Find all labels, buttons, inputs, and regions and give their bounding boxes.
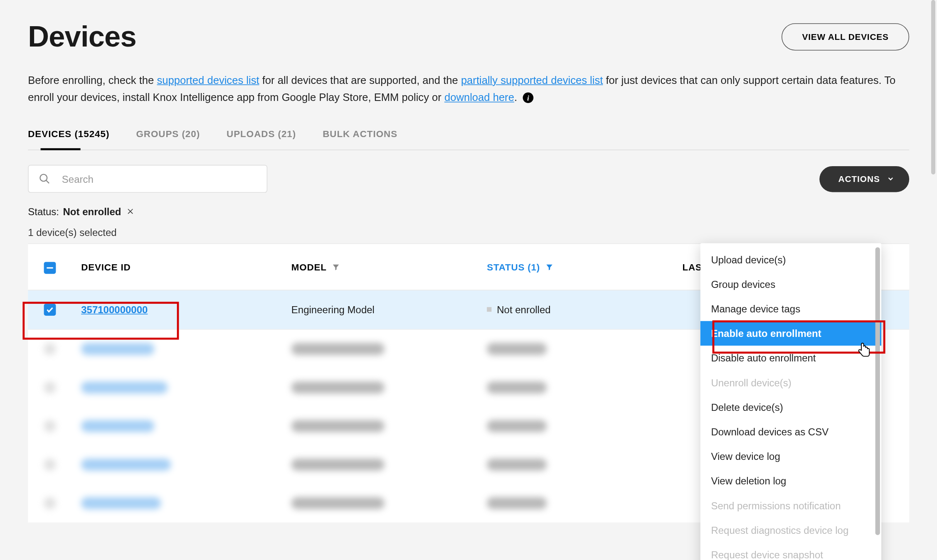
actions-button-label: ACTIONS: [838, 174, 880, 184]
menu-send-permissions: Send permissions notification: [700, 494, 881, 518]
page-title: Devices: [28, 20, 136, 53]
select-all-checkbox[interactable]: [44, 262, 56, 274]
menu-disable-auto-enrollment[interactable]: Disable auto enrollment: [700, 346, 881, 370]
menu-manage-tags[interactable]: Manage device tags: [700, 297, 881, 321]
menu-upload-devices[interactable]: Upload device(s): [700, 248, 881, 272]
tabs: DEVICES (15245) GROUPS (20) UPLOADS (21)…: [28, 122, 909, 150]
menu-delete-devices[interactable]: Delete device(s): [700, 395, 881, 420]
download-here-link[interactable]: download here: [444, 91, 514, 103]
status-filter-label: Status:: [28, 206, 59, 217]
device-id-link[interactable]: 357100000000: [81, 304, 148, 315]
svg-point-0: [40, 174, 47, 182]
device-status: Not enrolled: [487, 304, 682, 315]
actions-dropdown: Upload device(s) Group devices Manage de…: [700, 243, 881, 560]
filter-icon: [332, 263, 340, 271]
partially-supported-link[interactable]: partially supported devices list: [461, 74, 603, 86]
search-input[interactable]: [28, 165, 267, 193]
col-model-label: MODEL: [291, 262, 327, 273]
col-status[interactable]: STATUS (1): [487, 262, 682, 273]
dropdown-scrollbar[interactable]: [875, 248, 880, 535]
col-status-label: STATUS (1): [487, 262, 540, 273]
tab-bulk-actions[interactable]: BULK ACTIONS: [323, 122, 397, 150]
check-icon: [46, 306, 54, 314]
status-filter-value: Not enrolled: [63, 206, 121, 217]
search-wrap: [28, 165, 267, 193]
device-status-text: Not enrolled: [497, 304, 550, 315]
intro-text: Before enrolling, check the supported de…: [28, 72, 909, 106]
intro-part: .: [514, 91, 517, 103]
menu-view-device-log[interactable]: View device log: [700, 444, 881, 469]
row-checkbox[interactable]: [44, 304, 56, 316]
menu-request-snapshot: Request device snapshot: [700, 543, 881, 560]
chevron-down-icon: [887, 175, 895, 183]
col-device-id[interactable]: DEVICE ID: [81, 262, 291, 273]
menu-download-csv[interactable]: Download devices as CSV: [700, 420, 881, 444]
filter-icon: [545, 263, 553, 271]
info-icon[interactable]: i: [523, 93, 534, 103]
tab-uploads[interactable]: UPLOADS (21): [227, 122, 296, 150]
tab-groups[interactable]: GROUPS (20): [136, 122, 200, 150]
menu-group-devices[interactable]: Group devices: [700, 272, 881, 297]
menu-unenroll-devices: Unenroll device(s): [700, 371, 881, 395]
tab-devices[interactable]: DEVICES (15245): [28, 122, 109, 150]
svg-line-1: [46, 180, 49, 183]
intro-part: for all devices that are supported, and …: [259, 74, 461, 86]
device-model: Engineering Model: [291, 304, 487, 315]
col-model[interactable]: MODEL: [291, 262, 487, 273]
menu-view-deletion-log[interactable]: View deletion log: [700, 469, 881, 493]
status-filter-clear[interactable]: [126, 206, 134, 217]
menu-enable-auto-enrollment[interactable]: Enable auto enrollment: [700, 321, 881, 346]
actions-button[interactable]: ACTIONS: [820, 166, 910, 192]
intro-part: Before enrolling, check the: [28, 74, 157, 86]
menu-request-diagnostics: Request diagnostics device log: [700, 518, 881, 543]
status-dot-icon: [487, 307, 491, 312]
view-all-devices-button[interactable]: VIEW ALL DEVICES: [782, 23, 909, 50]
selection-count: 1 device(s) selected: [28, 227, 909, 238]
supported-devices-link[interactable]: supported devices list: [157, 74, 259, 86]
status-filter-chip: Status: Not enrolled: [28, 206, 909, 217]
search-icon: [39, 173, 51, 185]
close-icon: [126, 207, 134, 215]
